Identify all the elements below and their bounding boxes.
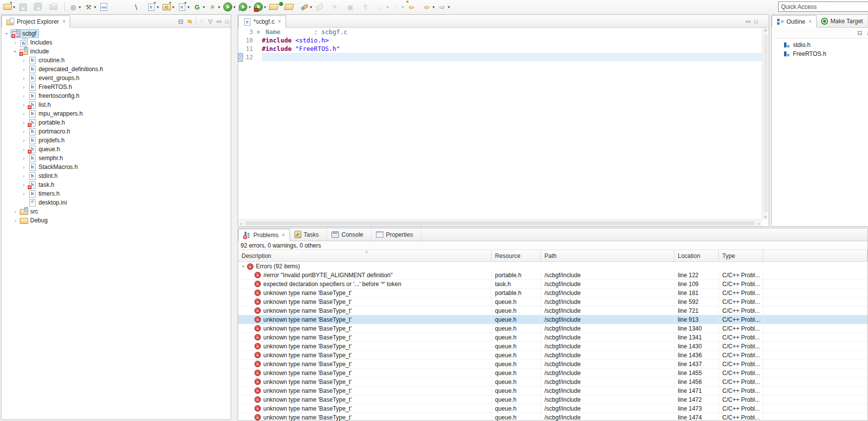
editor-horizontal-scrollbar[interactable]: ‹ › xyxy=(238,219,762,226)
tree-item[interactable]: › portmacro.h xyxy=(1,127,231,136)
problem-row[interactable]: ×unknown type name 'BaseType_t' queue.h … xyxy=(238,378,868,386)
problem-row[interactable]: ×unknown type name 'BaseType_t' queue.h … xyxy=(238,404,868,413)
tree-expander-icon[interactable]: › xyxy=(20,93,27,99)
tree-expander-icon[interactable]: › xyxy=(12,48,18,55)
tree-expander-icon[interactable]: › xyxy=(20,182,27,188)
problem-row[interactable]: ×unknown type name 'BaseType_t' queue.h … xyxy=(238,297,868,306)
maximize-icon[interactable]: □ xyxy=(754,18,758,24)
tree-expander-icon[interactable]: › xyxy=(20,120,27,126)
link-with-editor-icon[interactable]: ⇆ xyxy=(187,18,192,25)
tree-expander-icon[interactable]: › xyxy=(20,57,27,63)
run-external-icon[interactable]: ▾ xyxy=(253,1,268,13)
tree-expander-icon[interactable]: › xyxy=(20,137,27,143)
tab-scbgf-c[interactable]: *scbgf.c × xyxy=(238,15,286,28)
collapse-all-icon[interactable]: ⊟ xyxy=(857,30,862,37)
tree-item[interactable]: › src xyxy=(1,207,231,216)
code-line[interactable]: 10 #include <stdio.h> xyxy=(238,36,762,44)
fold-icon[interactable]: ⊕ xyxy=(255,29,262,35)
group-expander-icon[interactable]: › xyxy=(241,263,247,270)
problem-row[interactable]: ×#error "Invalid portBYTE_ALIGNMENT defi… xyxy=(238,271,868,280)
collapse-all-icon[interactable]: ⊟ xyxy=(178,18,183,25)
scroll-right-icon[interactable]: › xyxy=(758,220,760,226)
tree-expander-icon[interactable]: › xyxy=(12,209,19,214)
tree-item[interactable]: › scbgf xyxy=(1,29,231,38)
column-header-resource[interactable]: Resource xyxy=(492,250,541,261)
tree-item[interactable]: › include xyxy=(1,47,231,56)
toolbar-separator[interactable] xyxy=(63,1,68,13)
code-line[interactable]: 11 #include "FreeRTOS.h" xyxy=(238,44,762,53)
last-edit-location-icon[interactable]: ⇦ xyxy=(406,1,421,13)
build-hammer-icon[interactable]: ⚒ ▾ xyxy=(83,1,98,13)
problem-row[interactable]: ×unknown type name 'BaseType_t' queue.h … xyxy=(238,386,868,395)
problem-row[interactable]: ×unknown type name 'BaseType_t' queue.h … xyxy=(238,333,868,342)
tree-item[interactable]: › task.h xyxy=(1,180,231,189)
problem-row[interactable]: ×unknown type name 'BaseType_t' queue.h … xyxy=(238,306,868,315)
tree-item[interactable]: › deprecated_definitions.h xyxy=(1,65,231,74)
tree-item[interactable]: › semphr.h xyxy=(1,154,231,163)
previous-annotation-icon[interactable]: ↑ ▾ xyxy=(391,1,406,13)
problem-row[interactable]: ×unknown type name 'BaseType_t' queue.h … xyxy=(238,395,868,404)
tree-item[interactable]: › Debug xyxy=(1,216,231,225)
tree-expander-icon[interactable]: › xyxy=(20,128,27,134)
tree-expander-icon[interactable]: › xyxy=(20,84,27,90)
tab-problems[interactable]: Problems × xyxy=(238,229,290,241)
tree-expander-icon[interactable]: › xyxy=(12,217,19,223)
tree-item[interactable]: › FreeRTOS.h xyxy=(1,83,231,91)
open-folder-icon[interactable] xyxy=(284,1,299,13)
eraser-icon[interactable] xyxy=(314,1,330,13)
tree-expander-icon[interactable]: › xyxy=(4,30,10,37)
problem-row[interactable]: ×unknown type name 'BaseType_t' queue.h … xyxy=(238,324,868,333)
problem-row[interactable]: ×unknown type name 'BaseType_t' queue.h … xyxy=(238,342,868,351)
tree-expander-icon[interactable]: › xyxy=(20,146,27,152)
back-icon[interactable]: ⇦ ▾ xyxy=(421,1,437,13)
tree-expander-icon[interactable]: › xyxy=(20,173,27,179)
tree-item[interactable]: › mpu_wrappers.h xyxy=(1,109,231,118)
tree-item[interactable]: › portable.h xyxy=(1,118,231,127)
close-icon[interactable]: × xyxy=(62,19,65,24)
problem-row[interactable]: ×unknown type name 'BaseType_t' portable… xyxy=(238,289,868,297)
new-wizard-icon[interactable]: ▾ xyxy=(2,1,17,13)
scroll-left-icon[interactable]: ‹ xyxy=(240,220,242,226)
tree-expander-icon[interactable]: › xyxy=(20,164,27,170)
tree-item[interactable]: › stdint.h xyxy=(1,171,231,180)
save-icon[interactable] xyxy=(17,1,33,13)
scrollbar-thumb[interactable] xyxy=(764,35,768,212)
external-tools-icon[interactable]: ✳ ▾ xyxy=(207,1,222,13)
tree-expander-icon[interactable]: › xyxy=(20,66,27,72)
column-header-type[interactable]: Type xyxy=(719,250,763,261)
problem-row[interactable]: ×unknown type name 'BaseType_t' queue.h … xyxy=(238,369,868,378)
code-line[interactable]: 12 xyxy=(238,53,762,61)
tree-item[interactable]: › croutine.h xyxy=(1,56,231,65)
tree-item[interactable]: › list.h xyxy=(1,100,231,109)
tree-item[interactable]: › timers.h xyxy=(1,189,231,198)
problem-row[interactable]: ×unknown type name 'BaseType_t' queue.h … xyxy=(238,315,868,324)
problem-row[interactable]: ×expected declaration specifiers or '...… xyxy=(238,280,868,289)
scroll-up-icon[interactable]: ∧ xyxy=(764,28,767,33)
new-c-file-icon[interactable]: ▾ xyxy=(176,1,192,13)
tree-item[interactable]: › StackMacros.h xyxy=(1,163,231,171)
tree-expander-icon[interactable]: › xyxy=(20,155,27,161)
tree-expander-icon[interactable]: › xyxy=(20,191,27,197)
outline-item[interactable]: stdio.h xyxy=(772,41,868,49)
minimize-icon[interactable]: ▭ xyxy=(216,18,221,25)
show-whitespace-icon[interactable]: ¶ xyxy=(360,1,375,13)
minimize-icon[interactable]: ▭ xyxy=(745,18,750,25)
forward-icon[interactable]: ⇨ ▾ xyxy=(437,1,452,13)
save-all-icon[interactable] xyxy=(33,1,48,13)
sort-icon[interactable]: ↓a xyxy=(866,30,868,37)
open-resource-icon[interactable] xyxy=(268,1,284,13)
tab-outline[interactable]: Outline × xyxy=(772,15,817,28)
tab-project-explorer[interactable]: Project Explorer × xyxy=(1,15,70,28)
close-icon[interactable]: × xyxy=(278,19,281,24)
format-block-icon[interactable]: ▣ xyxy=(345,1,360,13)
tab-properties[interactable]: Properties xyxy=(372,228,421,241)
editor-vertical-scrollbar[interactable]: ∧ ∨ xyxy=(762,28,769,219)
tab-make-target[interactable]: Make Target xyxy=(817,15,868,27)
tree-item[interactable]: desktop.ini xyxy=(1,198,231,207)
tree-expander-icon[interactable]: › xyxy=(12,40,19,45)
binary-file-icon[interactable] xyxy=(98,1,114,13)
problem-row[interactable]: ×unknown type name 'BaseType_t' queue.h … xyxy=(238,351,868,360)
tree-expander-icon[interactable]: › xyxy=(20,102,27,108)
column-header-path[interactable]: Path xyxy=(541,250,674,261)
tab-console[interactable]: Console xyxy=(327,228,372,241)
